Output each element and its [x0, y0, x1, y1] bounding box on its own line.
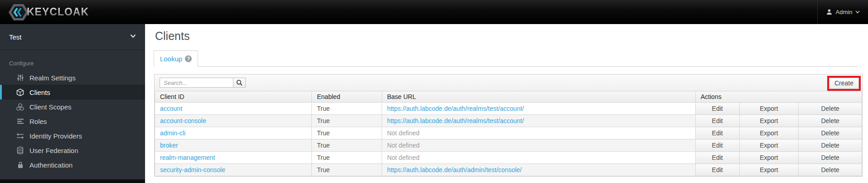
page-title: Clients	[155, 30, 189, 43]
client-id-link[interactable]: account	[160, 105, 182, 112]
export-button[interactable]: Export	[739, 127, 799, 139]
base-url-link[interactable]: https://auth.labcode.de/auth/admin/test/…	[387, 166, 522, 173]
client-id-link[interactable]: security-admin-console	[160, 166, 225, 173]
table-row: account-consoleTruehttps://auth.labcode.…	[155, 115, 862, 127]
column-header-enabled: Enabled	[312, 91, 382, 103]
help-icon[interactable]: ?	[185, 55, 192, 62]
tab-bar: Lookup ?	[154, 50, 858, 67]
sidebar-item-user-federation[interactable]: User Federation	[0, 143, 145, 158]
client-id-cell: admin-cli	[155, 127, 312, 139]
client-id-link[interactable]: admin-cli	[160, 129, 185, 137]
user-name: Admin	[836, 9, 853, 15]
delete-button[interactable]: Delete	[799, 152, 862, 164]
cubes-icon	[16, 103, 24, 111]
enabled-cell: True	[312, 139, 382, 152]
tab-label: Lookup	[160, 55, 182, 63]
lock-icon	[16, 161, 24, 169]
base-url-cell: Not defined	[382, 152, 695, 164]
base-url-link[interactable]: https://auth.labcode.de/auth/realms/test…	[387, 105, 524, 112]
sliders-icon	[16, 74, 24, 82]
export-button[interactable]: Export	[739, 152, 799, 164]
delete-button[interactable]: Delete	[799, 127, 862, 139]
export-button[interactable]: Export	[739, 139, 799, 152]
client-id-cell: broker	[155, 139, 312, 152]
column-header-client-id: Client ID	[155, 91, 312, 103]
cube-icon	[16, 89, 24, 96]
chevron-down-icon	[855, 10, 860, 14]
table-row: security-admin-consoleTruehttps://auth.l…	[155, 164, 862, 176]
database-icon	[16, 147, 24, 154]
enabled-cell: True	[312, 127, 382, 139]
create-button-annotation: Create	[827, 76, 861, 91]
enabled-cell: True	[312, 103, 382, 115]
top-navbar: KEYCLOAK Admin	[0, 0, 868, 24]
client-id-link[interactable]: broker	[160, 142, 178, 149]
export-button[interactable]: Export	[739, 164, 799, 176]
edit-button[interactable]: Edit	[695, 127, 739, 139]
client-id-cell: security-admin-console	[155, 164, 312, 176]
edit-button[interactable]: Edit	[695, 115, 739, 127]
client-id-link[interactable]: account-console	[160, 117, 206, 124]
sidebar-item-identity-providers[interactable]: Identity Providers	[0, 129, 145, 143]
client-id-cell: account	[155, 103, 312, 115]
sidebar-item-roles[interactable]: Roles	[0, 114, 145, 129]
sidebar-item-label: User Federation	[29, 147, 78, 154]
sidebar-item-client-scopes[interactable]: Client Scopes	[0, 99, 145, 114]
delete-button[interactable]: Delete	[799, 164, 862, 176]
column-header-actions: Actions	[695, 91, 862, 103]
client-id-cell: account-console	[155, 115, 312, 127]
keycloak-hexagon-icon	[9, 3, 29, 21]
delete-button[interactable]: Delete	[799, 103, 862, 115]
realm-selector[interactable]: Test	[0, 24, 145, 50]
edit-button[interactable]: Edit	[695, 152, 739, 164]
clients-table: Client ID Enabled Base URL Actions accou…	[155, 91, 862, 176]
sidebar-item-clients[interactable]: Clients	[0, 85, 145, 99]
base-url-not-defined: Not defined	[387, 142, 420, 149]
base-url-not-defined: Not defined	[387, 129, 420, 137]
base-url-cell: https://auth.labcode.de/auth/admin/test/…	[382, 164, 695, 176]
export-button[interactable]: Export	[739, 115, 799, 127]
user-menu[interactable]: Admin	[817, 0, 868, 24]
search-group	[160, 78, 246, 88]
sidebar-item-authentication[interactable]: Authentication	[0, 158, 145, 172]
sidebar-item-label: Realm Settings	[29, 74, 76, 82]
client-id-cell: realm-management	[155, 152, 312, 164]
create-button[interactable]: Create	[829, 78, 859, 89]
edit-button[interactable]: Edit	[695, 103, 739, 115]
edit-button[interactable]: Edit	[695, 139, 739, 152]
edit-button[interactable]: Edit	[695, 164, 739, 176]
keycloak-logo: KEYCLOAK	[9, 3, 89, 21]
table-toolbar: Create	[155, 74, 862, 91]
search-icon	[236, 79, 242, 86]
base-url-link[interactable]: https://auth.labcode.de/auth/realms/test…	[387, 117, 524, 124]
exchange-icon	[16, 132, 24, 140]
sidebar: Test Configure Realm Settings	[0, 24, 145, 183]
export-button[interactable]: Export	[739, 103, 799, 115]
tab-lookup[interactable]: Lookup ?	[154, 50, 198, 67]
clients-panel: Create Client ID Enabled Base URL Action…	[154, 74, 863, 177]
keycloak-admin-console: KEYCLOAK Admin Test Configure	[0, 0, 868, 183]
enabled-cell: True	[312, 152, 382, 164]
delete-button[interactable]: Delete	[799, 115, 862, 127]
logo-text: KEYCLOAK	[27, 6, 89, 18]
sidebar-item-label: Authentication	[29, 161, 73, 169]
list-icon	[16, 118, 24, 125]
enabled-cell: True	[312, 115, 382, 127]
base-url-cell: Not defined	[382, 139, 695, 152]
base-url-not-defined: Not defined	[387, 154, 420, 161]
search-input[interactable]	[160, 78, 233, 88]
sidebar-item-realm-settings[interactable]: Realm Settings	[0, 70, 145, 85]
sidebar-bottom-strip	[0, 179, 145, 183]
enabled-cell: True	[312, 164, 382, 176]
base-url-cell: https://auth.labcode.de/auth/realms/test…	[382, 103, 695, 115]
sidebar-item-label: Identity Providers	[29, 132, 82, 140]
delete-button[interactable]: Delete	[799, 139, 862, 152]
sidebar-item-label: Roles	[29, 118, 47, 125]
base-url-cell: https://auth.labcode.de/auth/realms/test…	[382, 115, 695, 127]
table-row: admin-cliTrueNot definedEditExportDelete	[155, 127, 862, 139]
user-icon	[826, 9, 833, 15]
search-button[interactable]	[233, 78, 246, 88]
client-id-link[interactable]: realm-management	[160, 154, 215, 161]
sidebar-item-label: Client Scopes	[29, 103, 72, 111]
table-header-row: Client ID Enabled Base URL Actions	[155, 91, 862, 103]
